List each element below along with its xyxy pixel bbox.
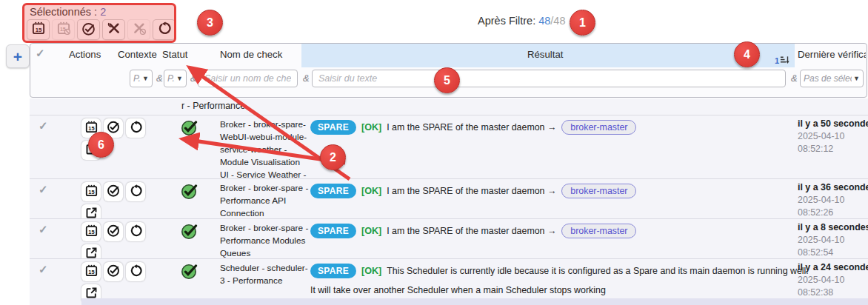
check-circle-icon	[107, 224, 120, 240]
column-header-resultat[interactable]: Résultat	[527, 49, 563, 60]
result-text: I am the SPARE of the master daemon →	[387, 122, 556, 133]
check-date: 2025-04-10	[798, 274, 868, 286]
table-row[interactable]: ✓ 15 Broker - broker-spare - Performance…	[30, 218, 868, 258]
row-selected-check-icon[interactable]: ✓	[39, 263, 48, 276]
svg-text:15: 15	[88, 229, 94, 235]
check-result: SPARE [OK] I am the SPARE of the master …	[310, 120, 799, 135]
resultat-text-filter-input[interactable]	[312, 70, 786, 87]
annotation-badge-6: 6	[88, 132, 114, 158]
column-header-nom-de-check[interactable]: Nom de check	[220, 49, 282, 60]
check-date: 2025-04-10	[798, 234, 868, 247]
check-result: SPARE [OK] I am the SPARE of the master …	[310, 224, 799, 238]
spare-badge: SPARE	[310, 184, 356, 198]
svg-text:15: 15	[88, 189, 94, 195]
linked-daemon-button[interactable]: broker-master	[561, 120, 636, 135]
partial-row: r - Performance	[30, 98, 868, 115]
row-reset-button[interactable]	[126, 182, 145, 201]
row-reset-button[interactable]	[126, 262, 145, 281]
linked-daemon-button[interactable]: broker-master	[561, 184, 636, 198]
check-name[interactable]: Broker - broker-spare - Performance API …	[220, 182, 309, 220]
spare-badge: SPARE	[310, 120, 356, 135]
annotation-box-toolbar	[22, 3, 176, 43]
row-selected-check-icon[interactable]: ✓	[39, 183, 48, 196]
filter-and-separator: &	[190, 73, 197, 84]
select-all-check-icon[interactable]: ✓	[36, 47, 45, 60]
spare-badge: SPARE	[310, 264, 356, 278]
statut-filter-value: P..	[167, 73, 175, 84]
after-filter-label: Après Filtre:	[478, 15, 535, 27]
checks-rows: ✓ 15 Broker - broker-spare-WebUI-webui-m…	[30, 115, 868, 305]
last-check-timestamp: il y a 8 secondes 2025-04-10 08:52:54	[798, 221, 868, 259]
result-text: I am the SPARE of the master daemon →	[387, 226, 556, 236]
table-row[interactable]: ✓ 15 Broker - broker-spare-WebUI-webui-m…	[30, 115, 868, 178]
row-recheck-button[interactable]: 15	[81, 222, 101, 241]
after-filter-total: /48	[550, 15, 565, 27]
derniere-verification-filter-dropdown[interactable]: Pas de sélec▼	[800, 70, 864, 87]
status-ok-icon	[181, 118, 198, 139]
check-circle-icon	[107, 264, 120, 280]
check-name[interactable]: Scheduler - scheduler-3 - Performance	[220, 262, 309, 287]
undo-icon	[130, 264, 142, 280]
row-acknowledge-button[interactable]	[104, 182, 123, 201]
sort-amount-icon	[780, 54, 789, 67]
row-reset-button[interactable]	[126, 222, 145, 241]
row-recheck-button[interactable]: 15	[81, 182, 101, 201]
undo-icon	[130, 184, 142, 200]
status-ok-icon	[181, 222, 198, 243]
last-check-timestamp: il y a 36 secondes 2025-04-10 08:52:26	[798, 181, 868, 219]
row-reset-button[interactable]	[126, 118, 145, 138]
statut-filter-dropdown[interactable]: P..▼	[164, 70, 187, 87]
nom-de-check-filter-input[interactable]	[198, 70, 298, 87]
ok-status-text: [OK]	[361, 122, 381, 133]
last-check-timestamp: il y a 24 secondes 2025-04-10 08:52:38	[798, 261, 868, 299]
check-circle-icon	[107, 184, 120, 200]
ok-status-text: [OK]	[361, 226, 381, 236]
column-header-contexte[interactable]: Contexte	[118, 49, 157, 60]
check-date: 2025-04-10	[798, 194, 868, 207]
row-recheck-button[interactable]: 15	[81, 262, 101, 281]
sort-indicator[interactable]: 1	[775, 54, 789, 67]
filter-and-separator: &	[303, 73, 310, 84]
contexte-filter-value: P..	[133, 73, 141, 84]
ok-status-text: [OK]	[361, 266, 381, 276]
chevron-down-icon: ▼	[142, 75, 149, 82]
annotation-badge-3: 3	[197, 10, 223, 36]
column-header-derniere-verification[interactable]: Dernière vérifica...	[798, 49, 866, 60]
relative-time: il y a 24 secondes	[798, 261, 868, 274]
checks-table-screen: Sélectionnés : 2 15 15	[0, 0, 868, 305]
relative-time: il y a 50 secondes	[798, 118, 868, 130]
row-selected-check-icon[interactable]: ✓	[39, 119, 48, 133]
relative-time: il y a 36 secondes	[798, 181, 868, 194]
sort-order-number: 1	[775, 56, 779, 65]
row-acknowledge-button[interactable]	[104, 262, 123, 281]
row-selected-check-icon[interactable]: ✓	[39, 223, 48, 236]
chevron-down-icon: ▼	[176, 75, 183, 82]
derniere-filter-value: Pas de sélec	[804, 73, 852, 84]
check-time: 08:52:38	[798, 286, 868, 299]
linked-daemon-button[interactable]: broker-master	[561, 224, 636, 238]
add-check-button[interactable]: +	[6, 44, 30, 68]
calendar-15-icon: 15	[85, 264, 98, 280]
undo-icon	[130, 121, 142, 136]
check-time: 08:52:26	[798, 207, 868, 219]
calendar-15-icon: 15	[85, 224, 98, 240]
column-header-statut[interactable]: Statut	[162, 49, 187, 60]
check-date: 2025-04-10	[798, 130, 868, 143]
column-header-actions[interactable]: Actions	[69, 49, 101, 60]
annotation-badge-2: 2	[320, 144, 346, 170]
spare-badge: SPARE	[310, 224, 356, 238]
annotation-badge-1: 1	[570, 10, 595, 36]
last-check-timestamp: il y a 50 secondes 2025-04-10 08:52:12	[798, 118, 868, 155]
chevron-down-icon: ▼	[853, 75, 860, 82]
filter-and-separator: &	[791, 73, 798, 84]
annotation-badge-4: 4	[734, 41, 760, 67]
after-filter-value: 48	[538, 15, 550, 27]
row-acknowledge-button[interactable]	[104, 222, 123, 241]
contexte-filter-dropdown[interactable]: P..▼	[130, 70, 153, 87]
filter-and-separator: &	[156, 73, 163, 84]
check-name[interactable]: Broker - broker-spare - Performance Modu…	[220, 222, 309, 260]
table-row[interactable]: ✓ 15 Broker - broker-spare - Performance…	[30, 178, 868, 218]
check-time: 08:52:54	[798, 247, 868, 259]
result-text: I am the SPARE of the master daemon →	[387, 186, 556, 196]
annotation-badge-5: 5	[434, 67, 460, 93]
